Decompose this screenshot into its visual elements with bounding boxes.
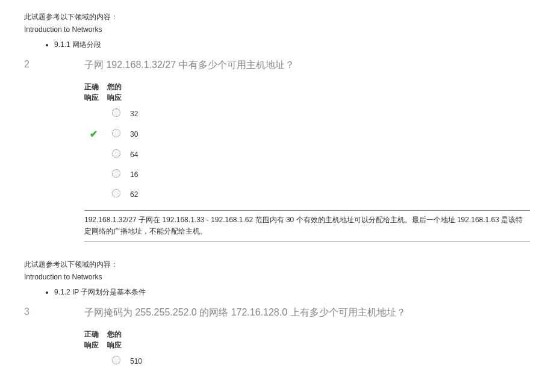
answer-option: 16	[84, 164, 143, 184]
question-text: 子网掩码为 255.255.252.0 的网络 172.16.128.0 上有多…	[84, 306, 530, 319]
correct-marker	[84, 104, 107, 123]
option-label: 30	[130, 123, 143, 145]
checkmark-icon: ✔	[90, 129, 98, 139]
option-label: 510	[130, 351, 147, 371]
correct-marker	[84, 145, 107, 164]
answer-option: 32	[84, 104, 143, 123]
domain-bullet: 9.1.1 网络分段	[54, 40, 530, 50]
domain-intro-text: 此试题参考以下领域的内容：	[24, 12, 530, 22]
answer-option: 510	[84, 351, 147, 371]
domain-name-text: Introduction to Networks	[24, 273, 530, 281]
option-label: 32	[130, 104, 143, 123]
domain-intro-text: 此试题参考以下领域的内容：	[24, 260, 530, 270]
correct-marker: ✔	[84, 123, 107, 145]
answer-option: 62	[84, 184, 143, 204]
header-correct: 正确响应	[84, 328, 107, 351]
option-label: 64	[130, 145, 143, 164]
header-correct: 正确响应	[84, 81, 107, 104]
radio-icon[interactable]	[112, 108, 120, 117]
question-number: 2	[24, 59, 84, 70]
question-number: 3	[24, 306, 84, 317]
domain-bullet: 9.1.2 IP 子网划分是基本条件	[54, 287, 530, 297]
correct-marker	[84, 164, 107, 184]
header-your: 您的响应	[107, 328, 130, 351]
explanation-text: 192.168.1.32/27 子网在 192.168.1.33 - 192.1…	[84, 210, 530, 241]
option-label: 16	[130, 164, 143, 184]
header-your: 您的响应	[107, 81, 130, 104]
answer-option: ✔ 30	[84, 123, 143, 145]
option-label: 62	[130, 184, 143, 204]
radio-icon[interactable]	[112, 149, 120, 158]
correct-marker	[84, 351, 107, 371]
domain-name-text: Introduction to Networks	[24, 25, 530, 34]
question-text: 子网 192.168.1.32/27 中有多少个可用主机地址？	[84, 59, 530, 72]
correct-marker	[84, 184, 107, 204]
radio-icon[interactable]	[112, 129, 120, 137]
radio-icon[interactable]	[112, 356, 120, 364]
answer-option: 64	[84, 145, 143, 164]
radio-icon[interactable]	[112, 189, 120, 198]
radio-icon[interactable]	[112, 169, 120, 178]
